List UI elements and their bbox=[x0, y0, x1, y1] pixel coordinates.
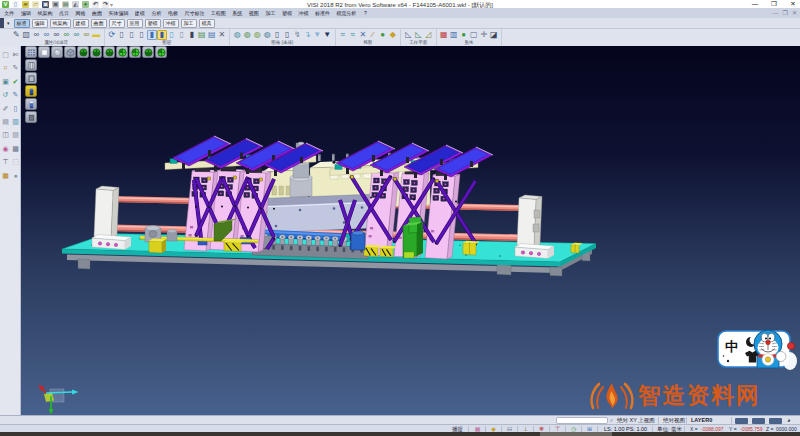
filter-eye-blue-icon[interactable]: ∞ bbox=[42, 30, 52, 40]
view-info-icon[interactable]: ● bbox=[378, 30, 388, 40]
sb-check-icon[interactable]: ✔ bbox=[11, 77, 20, 86]
select-world3-icon[interactable]: ◍ bbox=[253, 30, 263, 40]
import-file-icon[interactable]: ▱ bbox=[32, 1, 39, 8]
sb-sheet-icon[interactable]: ▥ bbox=[11, 117, 20, 126]
prompt-button-1[interactable] bbox=[735, 418, 748, 424]
menu-item[interactable]: 标准件 bbox=[315, 8, 330, 18]
layer-dark-icon[interactable]: ▮ bbox=[187, 30, 197, 40]
graphics-viewport[interactable]: 智造资料网 中 bbox=[21, 46, 800, 415]
new-file-icon[interactable]: ▯ bbox=[12, 1, 19, 8]
maximize-button[interactable]: ❐ bbox=[769, 0, 779, 8]
menu-item[interactable]: 冲模 bbox=[298, 8, 309, 18]
wplane-3-icon[interactable]: ◿ bbox=[424, 30, 434, 40]
layer-cyan-icon[interactable]: ▯ bbox=[167, 30, 177, 40]
layer-page3-icon[interactable]: ▯ bbox=[137, 30, 147, 40]
sb-grey-icon[interactable]: ▩ bbox=[11, 144, 20, 153]
sb-dim-icon[interactable]: ◫ bbox=[1, 130, 10, 139]
sb-edit-icon[interactable]: ✎ bbox=[11, 90, 20, 99]
print-icon[interactable]: ◭ bbox=[72, 1, 79, 8]
toolbar-tab[interactable]: 线架构 bbox=[50, 19, 71, 28]
cad-model-3d[interactable] bbox=[21, 46, 800, 415]
select-world4-icon[interactable]: ◍ bbox=[263, 30, 273, 40]
select-page2-icon[interactable]: ▯ bbox=[283, 30, 293, 40]
sb-sphere-icon[interactable]: ● bbox=[11, 171, 20, 180]
toolbar-tab[interactable]: 加工 bbox=[181, 19, 197, 28]
tab-grip-icon[interactable] bbox=[0, 18, 4, 28]
open-folder-icon[interactable]: ▰ bbox=[22, 1, 29, 8]
menu-item[interactable]: 系统 bbox=[232, 8, 243, 18]
sys-window-icon[interactable]: ▢ bbox=[469, 30, 479, 40]
filter-eye-teal-icon[interactable]: ∞ bbox=[72, 30, 82, 40]
layer-stack-green-icon[interactable]: ▤ bbox=[197, 30, 207, 40]
filter-line-yellow-icon[interactable]: ▬ bbox=[92, 30, 102, 40]
menu-item[interactable]: 工程图 bbox=[211, 8, 226, 18]
sb-page-icon[interactable]: ▯ bbox=[11, 104, 20, 113]
filter-eye-green-icon[interactable]: ∞ bbox=[62, 30, 72, 40]
filter-eye-olive-icon[interactable]: ∞ bbox=[82, 30, 92, 40]
close-button[interactable]: ✕ bbox=[788, 0, 798, 8]
menu-item[interactable]: 尺寸标注 bbox=[184, 8, 204, 18]
menu-item[interactable]: 模流分析 bbox=[336, 8, 356, 18]
copy-icon[interactable]: ▤ bbox=[62, 1, 69, 8]
sb-stack-icon[interactable]: ▦ bbox=[1, 171, 10, 180]
toolbar-tab[interactable]: 标准 bbox=[14, 19, 30, 28]
sb-copy-icon[interactable]: ▨ bbox=[11, 130, 20, 139]
view-wave1-icon[interactable]: ≈ bbox=[338, 30, 348, 40]
menu-item[interactable]: 编辑 bbox=[21, 8, 32, 18]
sb-tee-icon[interactable]: ⊤ bbox=[1, 157, 10, 166]
menu-item[interactable]: 建模 bbox=[135, 8, 146, 18]
select-world2-icon[interactable]: ◍ bbox=[243, 30, 253, 40]
menu-item[interactable]: 加工 bbox=[265, 8, 276, 18]
command-input[interactable] bbox=[556, 417, 608, 424]
menu-item[interactable]: 分析 bbox=[151, 8, 162, 18]
view-pencil-icon[interactable]: ⁄ bbox=[368, 30, 378, 40]
wplane-1-icon[interactable]: ◺ bbox=[404, 30, 414, 40]
sys-chart-icon[interactable]: ▥ bbox=[449, 30, 459, 40]
filter-eye-dark-icon[interactable]: ∞ bbox=[52, 30, 62, 40]
toolbar-tab[interactable]: 编辑 bbox=[32, 19, 48, 28]
tab-dropdown-icon[interactable]: ▾ bbox=[7, 20, 10, 26]
toolbar-tab[interactable]: 应用 bbox=[127, 19, 143, 28]
save-icon[interactable]: ▣ bbox=[42, 1, 49, 8]
select-page1-icon[interactable]: ▯ bbox=[273, 30, 283, 40]
sb-pink-icon[interactable]: ◉ bbox=[1, 144, 10, 153]
menu-item[interactable]: 文件 bbox=[4, 8, 15, 18]
undo-icon[interactable]: ↶ bbox=[92, 1, 99, 8]
menu-item[interactable]: ? bbox=[362, 8, 368, 18]
sys-colors-icon[interactable]: ▦ bbox=[439, 30, 449, 40]
sb-curve-icon[interactable]: ↺ bbox=[1, 90, 10, 99]
layer-delete-icon[interactable]: ✕ bbox=[217, 30, 227, 40]
menu-item[interactable]: 网格 bbox=[75, 8, 86, 18]
wplane-2-icon[interactable]: ◺ bbox=[414, 30, 424, 40]
toolbar-tab[interactable]: 曲面 bbox=[91, 19, 107, 28]
sb-select-icon[interactable]: ▢ bbox=[1, 50, 10, 59]
sb-block-icon[interactable]: ▤ bbox=[1, 117, 10, 126]
sb-draw-icon[interactable]: ✐ bbox=[1, 104, 10, 113]
world-icon[interactable]: ● bbox=[82, 1, 89, 8]
prompt-button-2[interactable] bbox=[752, 418, 765, 424]
mdi-restore-icon[interactable]: ❐ bbox=[783, 8, 788, 18]
view-wave2-icon[interactable]: ≈ bbox=[348, 30, 358, 40]
select-arrow1-icon[interactable]: ↯ bbox=[293, 30, 303, 40]
attr-image-icon[interactable]: ▧ bbox=[22, 30, 32, 40]
toolbar-tab[interactable]: 建模 bbox=[73, 19, 89, 28]
toolbar-tab[interactable]: 塑模 bbox=[145, 19, 161, 28]
layer-current-icon[interactable]: ▮ bbox=[157, 30, 167, 40]
layer-blue-icon[interactable]: ▮ bbox=[147, 30, 157, 40]
menu-item[interactable]: 实体编辑 bbox=[108, 8, 128, 18]
minimize-button[interactable]: — bbox=[750, 0, 760, 8]
layer-refresh-icon[interactable]: ⟳ bbox=[107, 30, 117, 40]
sb-box-icon[interactable]: ▣ bbox=[1, 77, 10, 86]
menu-item[interactable]: 视图 bbox=[249, 8, 260, 18]
filter-eyes-icon[interactable]: ∞ bbox=[32, 30, 42, 40]
menu-item[interactable]: 线架构 bbox=[37, 8, 52, 18]
sb-pencil-icon[interactable]: ✎ bbox=[11, 63, 20, 72]
select-arrow2-icon[interactable]: ↴ bbox=[303, 30, 313, 40]
quickbar-more-icon[interactable]: ▾ bbox=[110, 1, 113, 8]
sb-scissor-icon[interactable]: ✄ bbox=[11, 50, 20, 59]
menu-item[interactable]: 塑模 bbox=[282, 8, 293, 18]
mdi-minimize-icon[interactable]: — bbox=[773, 8, 779, 18]
redo-icon[interactable]: ↷ bbox=[102, 1, 109, 8]
menu-item[interactable]: 点云 bbox=[59, 8, 70, 18]
mdi-close-icon[interactable]: ✕ bbox=[792, 8, 797, 18]
